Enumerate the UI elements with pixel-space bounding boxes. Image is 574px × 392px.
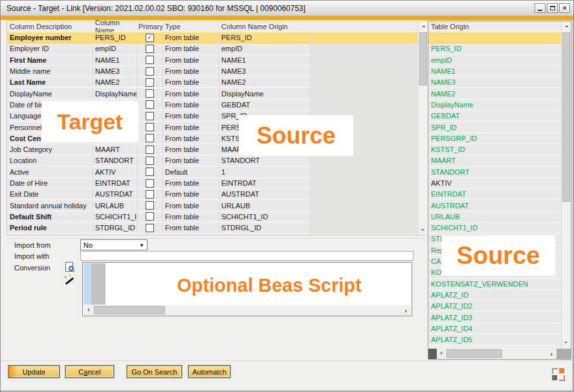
origin-item[interactable]: APLATZ_ID3	[428, 312, 561, 323]
automatch-button[interactable]: Automatch	[188, 365, 230, 378]
cell-column-name: DisplayName	[93, 88, 137, 99]
origin-item[interactable]: DisplayName	[428, 100, 561, 111]
scrollbar-thumb[interactable]	[419, 32, 427, 85]
scroll-left-icon[interactable]: ›	[84, 306, 93, 315]
cell-origin: STDRGL_ID	[219, 223, 310, 234]
cell-type: From table	[163, 178, 219, 189]
primary-checkbox[interactable]	[146, 201, 154, 210]
cell-column-name: STDRGL_ID	[93, 223, 137, 234]
origin-item[interactable]: KSTST_ID	[428, 144, 561, 155]
primary-checkbox[interactable]	[146, 100, 154, 109]
origin-item[interactable]	[428, 32, 561, 43]
table-row[interactable]: Employer IDempIDFrom tableempID	[7, 43, 426, 54]
origin-item[interactable]: AKTIV	[428, 178, 561, 189]
scrollbar-corner	[557, 349, 571, 359]
primary-checkbox[interactable]	[146, 212, 154, 221]
table-row[interactable]: Date of HireEINTRDATFrom tableEINTRDAT	[7, 178, 426, 189]
origin-item[interactable]: PERS_ID	[428, 43, 561, 54]
table-row[interactable]: Default ShiftSCHICHT1_IDFrom tableSCHICH…	[7, 212, 426, 223]
origin-item[interactable]: NAME3	[428, 77, 561, 88]
table-row[interactable]: DisplayNameDisplayNameFrom tableDisplayN…	[7, 88, 426, 99]
scroll-left-icon[interactable]: ›	[437, 349, 446, 358]
table-row[interactable]: Job CategoryMAARTFrom tableMAART	[7, 144, 426, 155]
scrollbar-thumb[interactable]	[562, 32, 570, 202]
cell-type: From table	[163, 43, 219, 54]
update-button[interactable]: Update	[8, 365, 60, 378]
go-on-search-button[interactable]: Go On Search	[127, 365, 182, 378]
title-bar[interactable]: Source - Target - Link [Version: 2021.02…	[1, 1, 573, 16]
origin-item[interactable]: URLAUB	[428, 212, 561, 223]
import-with-input[interactable]	[80, 251, 414, 261]
table-row[interactable]: Standard annual holidayURLAUBFrom tableU…	[7, 200, 426, 211]
scroll-up-icon[interactable]: ›	[562, 22, 571, 31]
scrollbar-corner	[428, 349, 437, 359]
origin-item[interactable]: APLATZ_ID4	[428, 323, 561, 334]
close-button[interactable]: ×	[559, 3, 570, 13]
cancel-button[interactable]: Cancel	[65, 365, 114, 378]
origin-item[interactable]: MAART	[428, 155, 561, 166]
table-row[interactable]: ActiveAKTIVDefault1	[7, 167, 426, 178]
primary-checkbox[interactable]	[146, 56, 154, 64]
origin-item[interactable]: NAME1	[428, 66, 561, 77]
scrollbar-thumb[interactable]	[94, 306, 165, 314]
minimize-button[interactable]	[535, 3, 546, 13]
table-row[interactable]: Middle nameNAME3From tableNAME3	[7, 66, 426, 77]
scroll-down-icon[interactable]: ›	[562, 338, 571, 347]
cell-type: From table	[163, 111, 219, 122]
resize-grip-icon[interactable]	[552, 368, 565, 381]
wizard-wand-icon[interactable]: ✦ ✦	[63, 275, 76, 287]
column-header: Column Name	[93, 21, 137, 32]
primary-checkbox[interactable]	[146, 134, 154, 142]
primary-checkbox[interactable]	[146, 224, 154, 232]
table-row[interactable]: Exit DateAUSTRDATFrom tableAUSTRDAT	[7, 189, 426, 200]
scroll-right-icon[interactable]: ›	[547, 349, 556, 358]
primary-checkbox[interactable]	[146, 89, 154, 98]
origin-item[interactable]: APLATZ_ID	[428, 290, 561, 301]
cell-type: From table	[163, 223, 219, 234]
scrollbar-thumb[interactable]	[447, 349, 502, 358]
origin-item[interactable]: APLATZ_ID2	[428, 301, 561, 312]
origin-vscrollbar[interactable]: › ›	[561, 21, 570, 348]
origin-item[interactable]: SPR_ID	[428, 122, 561, 133]
cell-column-name: AUSTRDAT	[93, 189, 137, 200]
table-row[interactable]: Period ruleSTDRGL_IDFrom tableSTDRGL_ID	[7, 223, 426, 234]
table-row[interactable]: LocationSTANDORTFrom tableSTANDORT	[7, 155, 426, 166]
primary-checkbox[interactable]	[146, 146, 154, 154]
preview-script-icon[interactable]	[65, 262, 75, 273]
scroll-up-icon[interactable]: ›	[419, 22, 428, 31]
origin-item[interactable]: SCHICHT1_ID	[428, 223, 561, 234]
origin-item[interactable]: APLATZ_ID5	[428, 334, 561, 345]
primary-checkbox[interactable]	[146, 123, 154, 131]
primary-checkbox[interactable]	[146, 179, 154, 188]
cell-primary	[137, 111, 163, 122]
maximize-button[interactable]	[547, 3, 558, 13]
origin-item[interactable]: NAME2	[428, 88, 561, 99]
table-row[interactable]: Last NameNAME2From tableNAME2	[7, 77, 426, 88]
origin-item[interactable]: empID	[428, 55, 561, 66]
primary-checkbox[interactable]	[146, 67, 154, 76]
scroll-right-icon[interactable]: ›	[401, 306, 410, 315]
primary-checkbox[interactable]	[146, 157, 154, 165]
origin-item[interactable]: AUSTRDAT	[428, 200, 561, 211]
primary-checkbox[interactable]	[146, 45, 154, 53]
primary-checkbox[interactable]	[146, 112, 154, 120]
primary-checkbox[interactable]: ✓	[146, 34, 154, 42]
primary-checkbox[interactable]	[146, 190, 154, 199]
mapping-table-scrollbar[interactable]: › ›	[418, 21, 427, 235]
origin-item[interactable]: PERSGRP_ID	[428, 133, 561, 144]
primary-checkbox[interactable]	[146, 168, 154, 176]
editor-hscrollbar[interactable]: › ›	[83, 305, 411, 316]
origin-item[interactable]: KOSTENSATZ_VERWENDEN	[428, 279, 561, 290]
cell-filler	[310, 32, 426, 43]
cell-filler	[310, 178, 426, 189]
import-from-select[interactable]: No ▼	[80, 239, 148, 250]
cell-primary: ✓	[137, 32, 163, 43]
scroll-down-icon[interactable]: ›	[419, 225, 428, 234]
origin-item[interactable]: EINTRDAT	[428, 189, 561, 200]
origin-item[interactable]: GEBDAT	[428, 111, 561, 122]
origin-item[interactable]: STANDORT	[428, 167, 561, 178]
table-row[interactable]: First NameNAME1From tableNAME1	[7, 55, 426, 66]
origin-hscrollbar[interactable]: › ›	[428, 349, 571, 359]
primary-checkbox[interactable]	[146, 78, 154, 87]
table-row[interactable]: Employee numberPERS_ID✓From tablePERS_ID	[7, 32, 426, 43]
